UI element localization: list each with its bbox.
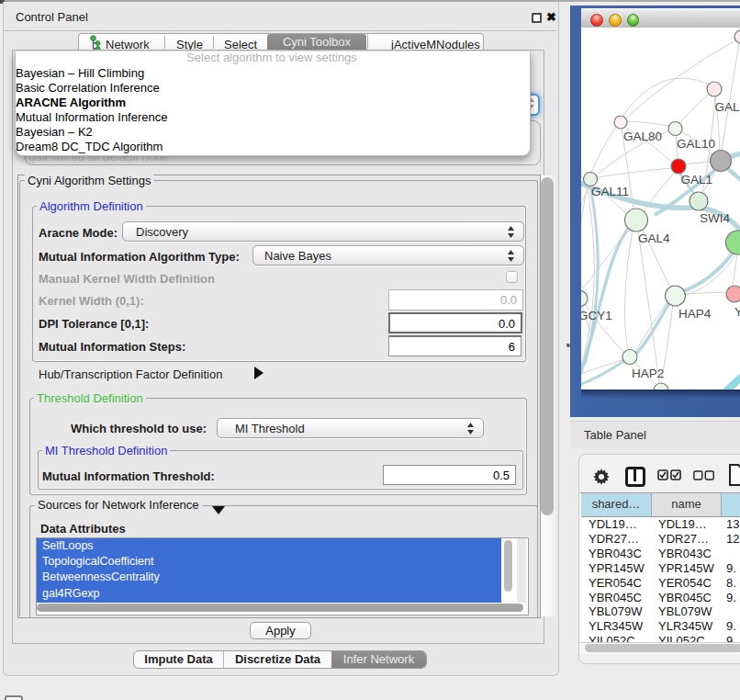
svg-text:GAL11: GAL11 [591,185,629,198]
svg-text:SWI4: SWI4 [700,211,730,225]
svg-text:GAL4: GAL4 [638,231,670,245]
svg-text:HAP4: HAP4 [678,307,712,321]
svg-text:HAP2: HAP2 [632,367,664,380]
svg-text:GAL80: GAL80 [623,130,662,143]
svg-text:Y: Y [734,305,740,319]
svg-text:GCY1: GCY1 [581,309,612,322]
svg-text:GAL1: GAL1 [681,173,713,186]
svg-text:GAL: GAL [715,100,740,114]
svg-text:GAL10: GAL10 [677,137,715,151]
